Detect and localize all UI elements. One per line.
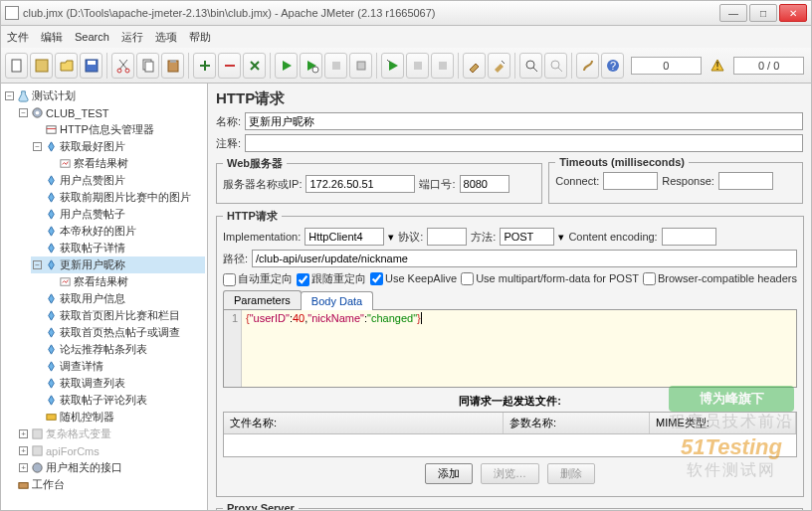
svg-rect-13 (414, 62, 422, 70)
shutdown-button[interactable] (349, 53, 372, 79)
sampler-icon (44, 394, 58, 408)
thread-group-icon (30, 106, 44, 120)
http-request-panel: HTTP请求 名称: 注释: Web服务器 服务器名称或IP: 端口号: Tim… (208, 84, 811, 510)
save-button[interactable] (80, 53, 102, 79)
svg-rect-26 (32, 429, 41, 438)
remote-shutdown-button[interactable] (431, 53, 454, 79)
menu-file[interactable]: 文件 (7, 30, 29, 45)
clear-search-button[interactable] (544, 53, 567, 79)
clear-button[interactable] (463, 53, 486, 79)
svg-rect-0 (12, 60, 21, 72)
minimize-button[interactable]: — (719, 4, 747, 22)
function-button[interactable] (576, 53, 599, 79)
disabled-icon (30, 444, 44, 458)
delete-button[interactable]: 删除 (547, 463, 595, 484)
stop-button[interactable] (324, 53, 347, 79)
svg-rect-9 (170, 60, 176, 63)
menu-run[interactable]: 运行 (121, 30, 143, 45)
menu-edit[interactable]: 编辑 (41, 30, 63, 45)
add-button[interactable]: 添加 (425, 463, 473, 484)
server-input[interactable] (305, 175, 415, 193)
comment-input[interactable] (245, 134, 803, 152)
method-select[interactable] (500, 228, 554, 246)
sampler-icon (44, 377, 58, 391)
menu-search[interactable]: Search (75, 31, 109, 43)
start-button[interactable] (275, 53, 298, 79)
dropdown-icon[interactable]: ▾ (558, 231, 564, 244)
keepalive-checkbox[interactable]: Use KeepAlive (370, 272, 457, 286)
svg-rect-11 (332, 62, 340, 70)
maximize-button[interactable]: □ (749, 4, 777, 22)
collapse-button[interactable] (218, 53, 241, 79)
sampler-icon (44, 140, 58, 154)
templates-button[interactable] (30, 53, 53, 79)
open-button[interactable] (55, 53, 78, 79)
sampler-icon (44, 225, 58, 239)
workbench-icon (16, 478, 30, 492)
response-timeout-input[interactable] (718, 172, 773, 190)
svg-rect-14 (439, 62, 447, 70)
window-title: club.jmx (D:\Tools\apache-jmeter-2.13\bi… (23, 7, 719, 19)
svg-rect-22 (46, 126, 55, 133)
svg-rect-3 (88, 61, 96, 65)
name-input[interactable] (245, 112, 803, 130)
line-number: 1 (224, 310, 242, 387)
sampler-icon (44, 326, 58, 340)
sampler-icon (44, 208, 58, 222)
toolbar: ? 0 ! 0 / 0 (0, 48, 812, 84)
titlebar: club.jmx (D:\Tools\apache-jmeter-2.13\bi… (0, 0, 812, 26)
clear-all-button[interactable] (488, 53, 510, 79)
svg-text:?: ? (610, 60, 616, 72)
svg-rect-1 (36, 60, 48, 72)
copy-button[interactable] (136, 53, 159, 79)
browser-headers-checkbox[interactable]: Browser-compatible headers (643, 272, 797, 286)
tab-body-data[interactable]: Body Data (301, 291, 373, 310)
test-plan-tree[interactable]: −测试计划 −CLUB_TEST HTTP信息头管理器 −获取最好图片 察看结果… (1, 84, 208, 510)
cut-button[interactable] (111, 53, 134, 79)
sampler-icon (44, 258, 58, 272)
auto-redirect-checkbox[interactable]: 自动重定向 (223, 271, 293, 286)
new-button[interactable] (5, 53, 28, 79)
thread-count: 0 / 0 (733, 57, 803, 75)
start-notimers-button[interactable] (300, 53, 322, 79)
multipart-checkbox[interactable]: Use multipart/form-data for POST (461, 272, 639, 286)
toggle-button[interactable] (243, 53, 266, 79)
browse-button[interactable]: 浏览… (481, 463, 539, 484)
menubar: 文件 编辑 Search 运行 选项 帮助 (0, 26, 812, 48)
sampler-icon (44, 191, 58, 205)
svg-point-10 (312, 67, 318, 73)
close-button[interactable]: ✕ (779, 4, 807, 22)
find-button[interactable] (519, 53, 542, 79)
follow-redirect-checkbox[interactable]: 跟随重定向 (297, 271, 366, 286)
svg-rect-29 (18, 483, 27, 489)
sampler-icon (44, 360, 58, 374)
sampler-icon (44, 242, 58, 256)
svg-point-16 (551, 61, 559, 69)
port-input[interactable] (460, 175, 509, 193)
menu-options[interactable]: 选项 (155, 30, 177, 45)
menu-help[interactable]: 帮助 (189, 30, 211, 45)
implementation-select[interactable] (304, 228, 384, 246)
path-input[interactable] (252, 250, 797, 267)
tab-parameters[interactable]: Parameters (223, 290, 302, 309)
expand-button[interactable] (193, 53, 216, 79)
svg-rect-25 (46, 415, 55, 421)
controller-icon (44, 411, 58, 425)
elapsed-time: 0 (631, 57, 701, 75)
help-button[interactable]: ? (601, 53, 624, 79)
encoding-input[interactable] (662, 228, 716, 246)
dropdown-icon[interactable]: ▾ (388, 231, 394, 244)
listener-icon (58, 157, 72, 171)
protocol-input[interactable] (427, 228, 467, 246)
thread-group-icon (30, 461, 44, 475)
remote-start-button[interactable] (381, 53, 404, 79)
files-table[interactable]: 文件名称: 参数名称: MIME类型: (223, 412, 797, 457)
svg-rect-27 (32, 446, 41, 455)
panel-title: HTTP请求 (216, 89, 803, 108)
warning-icon: ! (707, 53, 729, 79)
svg-point-15 (526, 61, 534, 69)
paste-button[interactable] (161, 53, 184, 79)
body-data-editor[interactable]: 1 {"userID":40,"nickName":"changed"} (223, 310, 797, 388)
connect-timeout-input[interactable] (603, 172, 658, 190)
remote-stop-button[interactable] (406, 53, 429, 79)
